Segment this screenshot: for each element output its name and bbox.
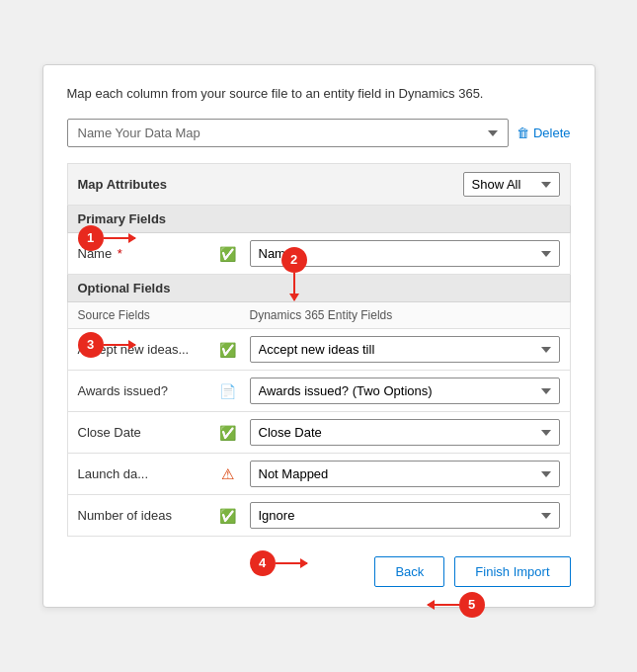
- awards-doc-icon: 📄: [216, 383, 240, 399]
- optional-fields-label: Optional Fields: [67, 275, 571, 302]
- instruction-text: Map each column from your source file to…: [67, 85, 571, 103]
- field-row-closedate: Close Date ✅ Close Date: [67, 412, 571, 454]
- annotation-5: 5: [428, 592, 485, 618]
- arrow-1: [104, 237, 135, 239]
- delete-button[interactable]: 🗑 Delete: [517, 126, 571, 140]
- field-row-numideas: Number of ideas ✅ Ignore: [67, 495, 571, 537]
- annotation-4: 4: [250, 550, 307, 576]
- accept-entity-select[interactable]: Accept new ideas till: [250, 336, 560, 363]
- primary-fields-text: Primary Fields: [78, 211, 167, 226]
- map-attributes-title: Map Attributes: [78, 177, 168, 192]
- bubble-4: 4: [250, 550, 276, 576]
- numideas-entity-select[interactable]: Ignore: [250, 502, 560, 529]
- data-map-select[interactable]: Name Your Data Map: [67, 119, 509, 147]
- primary-fields-label: Primary Fields: [67, 206, 571, 233]
- launchda-entity-select[interactable]: Not Mapped: [250, 461, 560, 487]
- launchda-source-label: Launch da...: [78, 466, 206, 481]
- optional-fields-text: Optional Fields: [78, 281, 171, 295]
- annotation-1: 1: [78, 225, 135, 251]
- col-entity-header: Dynamics 365 Entity Fields: [250, 308, 560, 322]
- field-row-accept: Accept new ideas... ✅ Accept new ideas t…: [67, 329, 571, 371]
- awards-entity-select[interactable]: Awards issued? (Two Options): [250, 378, 560, 404]
- delete-label: Delete: [533, 126, 571, 140]
- field-row-awards: Awards issued? 📄 Awards issued? (Two Opt…: [67, 371, 571, 412]
- col-source-header: Source Fields: [78, 308, 206, 322]
- field-row-launchda: Launch da... ⚠ Not Mapped: [67, 454, 571, 495]
- bubble-3: 3: [78, 332, 104, 358]
- footer-buttons: Back Finish Import: [67, 556, 571, 587]
- numideas-source-label: Number of ideas: [78, 508, 206, 523]
- annotation-3: 3: [78, 332, 135, 358]
- name-field-row: Name * ✅ Name: [67, 233, 571, 275]
- closedate-entity-select[interactable]: Close Date: [250, 419, 560, 446]
- column-headers: Source Fields Dynamics 365 Entity Fields: [67, 302, 571, 329]
- bubble-5: 5: [459, 592, 485, 618]
- back-button[interactable]: Back: [374, 556, 444, 587]
- annotation-2: 2: [281, 247, 307, 300]
- name-check-icon: ✅: [216, 246, 240, 262]
- map-attributes-header: Map Attributes Show All Mapped Unmapped: [67, 163, 571, 206]
- arrow-3: [104, 344, 135, 346]
- awards-source-label: Awards issued?: [78, 383, 206, 398]
- numideas-check-icon: ✅: [216, 508, 240, 524]
- data-map-row: Name Your Data Map 🗑 Delete: [67, 119, 571, 147]
- finish-import-button[interactable]: Finish Import: [454, 556, 570, 587]
- closedate-check-icon: ✅: [216, 425, 240, 441]
- show-all-select[interactable]: Show All Mapped Unmapped: [463, 172, 560, 197]
- launchda-warn-icon: ⚠: [216, 465, 240, 483]
- trash-icon: 🗑: [517, 126, 529, 140]
- accept-check-icon: ✅: [216, 342, 240, 358]
- closedate-source-label: Close Date: [78, 425, 206, 440]
- bubble-2: 2: [281, 247, 307, 273]
- bubble-1: 1: [78, 225, 104, 251]
- arrow-4: [276, 562, 307, 564]
- arrow-5: [428, 604, 459, 606]
